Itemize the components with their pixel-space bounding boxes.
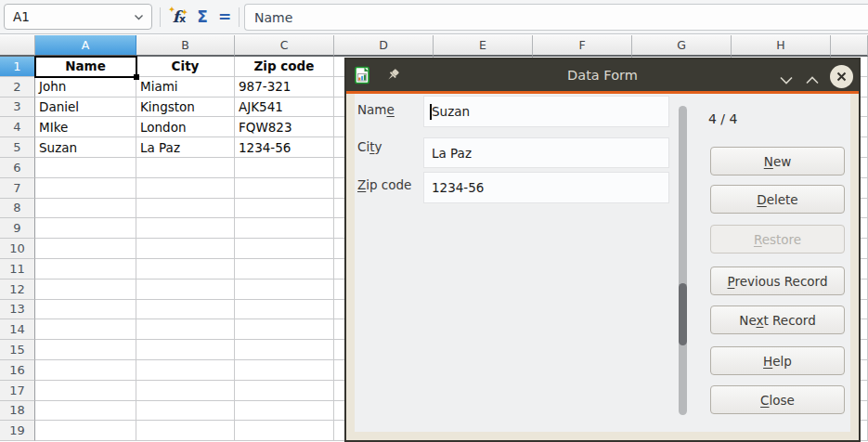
column-header-F[interactable]: F (533, 35, 632, 57)
column-header-A[interactable]: A (35, 35, 136, 57)
row-header-4[interactable]: 4 (0, 117, 35, 137)
cell-A2[interactable]: John (35, 77, 136, 98)
cell-B4[interactable]: London (136, 117, 235, 137)
cell-A16[interactable] (35, 360, 136, 381)
cell-B2[interactable]: Miami (136, 77, 235, 98)
row-header-16[interactable]: 16 (0, 360, 35, 381)
row-header-2[interactable]: 2 (0, 77, 35, 98)
cell-A9[interactable] (35, 218, 136, 239)
cell-A4[interactable]: MIke (35, 117, 136, 137)
cell-C4[interactable]: FQW823 (235, 117, 334, 137)
cell-B19[interactable] (136, 421, 235, 441)
chevron-down-icon[interactable] (778, 72, 795, 89)
cell-B10[interactable] (136, 239, 235, 259)
cell-A17[interactable] (35, 381, 136, 401)
cell-A12[interactable] (35, 280, 136, 300)
row-header-9[interactable]: 9 (0, 218, 35, 239)
cell-A8[interactable] (35, 199, 136, 219)
row-header-18[interactable]: 18 (0, 401, 35, 422)
row-header-5[interactable]: 5 (0, 137, 35, 158)
cell-C16[interactable] (235, 360, 334, 381)
chevron-down-icon[interactable] (134, 14, 144, 20)
cell-B7[interactable] (136, 178, 235, 199)
row-header-10[interactable]: 10 (0, 239, 35, 259)
cell-C1[interactable]: Zip code (235, 57, 334, 77)
cell-A19[interactable] (35, 421, 136, 441)
column-header-G[interactable]: G (632, 35, 732, 57)
row-header-17[interactable]: 17 (0, 381, 35, 401)
fill-handle[interactable] (134, 74, 139, 80)
row-header-3[interactable]: 3 (0, 98, 35, 118)
cell-C8[interactable] (235, 199, 334, 219)
cell-A13[interactable] (35, 300, 136, 320)
cell-C10[interactable] (235, 239, 334, 259)
column-header-C[interactable]: C (235, 35, 334, 57)
row-header-12[interactable]: 12 (0, 280, 35, 300)
cell-B9[interactable] (136, 218, 235, 239)
cell-A7[interactable] (35, 178, 136, 199)
row-header-7[interactable]: 7 (0, 178, 35, 199)
column-header-partial[interactable] (831, 35, 868, 57)
cell-C14[interactable] (235, 319, 334, 340)
name-field[interactable]: Suzan (423, 96, 669, 127)
cell-B3[interactable]: Kingston (136, 98, 235, 118)
cell-A15[interactable] (35, 340, 136, 360)
cell-C19[interactable] (235, 421, 334, 441)
cell-B13[interactable] (136, 300, 235, 320)
record-scrollbar[interactable] (679, 106, 687, 415)
chevron-up-icon[interactable] (804, 72, 821, 89)
cell-C12[interactable] (235, 280, 334, 300)
cell-C13[interactable] (235, 300, 334, 320)
cell-B5[interactable]: La Paz (136, 137, 235, 158)
city-field[interactable]: La Paz (423, 137, 669, 168)
zipcode-field[interactable]: 1234-56 (423, 172, 669, 203)
column-header-D[interactable]: D (334, 35, 434, 57)
row-header-1[interactable]: 1 (0, 57, 35, 77)
cell-B15[interactable] (136, 340, 235, 360)
column-header-H[interactable]: H (732, 35, 831, 57)
cell-A3[interactable]: Daniel (35, 98, 136, 118)
cell-C6[interactable] (235, 158, 334, 178)
cell-C15[interactable] (235, 340, 334, 360)
dialog-titlebar[interactable]: Data Form (346, 59, 859, 94)
cell-B8[interactable] (136, 199, 235, 219)
sum-icon[interactable]: Σ (191, 4, 214, 30)
row-header-6[interactable]: 6 (0, 158, 35, 178)
new-button[interactable]: New (710, 147, 845, 176)
cell-B11[interactable] (136, 259, 235, 280)
cell-B17[interactable] (136, 381, 235, 401)
equals-icon[interactable]: = (214, 4, 235, 30)
cell-C5[interactable]: 1234-56 (235, 137, 334, 158)
cell-A18[interactable] (35, 401, 136, 422)
cell-B14[interactable] (136, 319, 235, 340)
column-header-B[interactable]: B (136, 35, 235, 57)
close-button[interactable]: Close (710, 385, 845, 414)
function-wizard-icon[interactable]: fx✦✦ (167, 4, 191, 30)
cell-C7[interactable] (235, 178, 334, 199)
cell-B12[interactable] (136, 280, 235, 300)
row-header-8[interactable]: 8 (0, 199, 35, 219)
cell-A14[interactable] (35, 319, 136, 340)
name-box[interactable]: A1 (4, 4, 152, 30)
close-icon[interactable] (830, 65, 853, 88)
cell-C9[interactable] (235, 218, 334, 239)
column-header-E[interactable]: E (434, 35, 533, 57)
row-header-15[interactable]: 15 (0, 340, 35, 360)
cell-A11[interactable] (35, 259, 136, 280)
delete-button[interactable]: Delete (710, 185, 845, 214)
cell-C17[interactable] (235, 381, 334, 401)
cell-A5[interactable]: Suzan (35, 137, 136, 158)
row-header-13[interactable]: 13 (0, 300, 35, 320)
row-header-14[interactable]: 14 (0, 319, 35, 340)
cell-C2[interactable]: 987-321 (235, 77, 334, 98)
cell-B16[interactable] (136, 360, 235, 381)
help-button[interactable]: Help (710, 346, 845, 375)
cell-B1[interactable]: City (136, 57, 235, 77)
cell-B18[interactable] (136, 401, 235, 422)
row-header-19[interactable]: 19 (0, 421, 35, 441)
row-header-11[interactable]: 11 (0, 259, 35, 280)
formula-input[interactable]: Name (244, 4, 868, 31)
select-all-corner[interactable] (0, 35, 35, 57)
cell-B6[interactable] (136, 158, 235, 178)
next-record-button[interactable]: Next Record (710, 306, 845, 334)
